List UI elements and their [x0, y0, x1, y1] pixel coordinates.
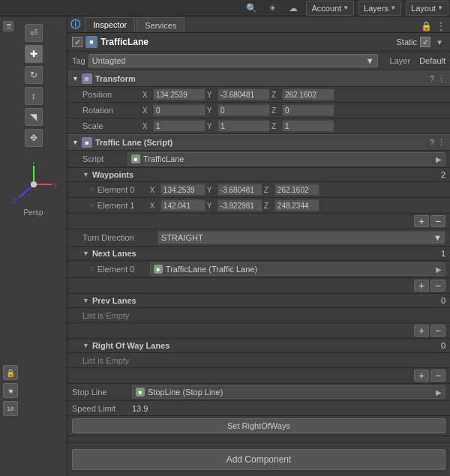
main-layout: ⏎ ✚ ↻ ↕ ◥ ✥ X Y Z Persp	[0, 16, 450, 476]
layers-dropdown[interactable]: Layers ▼	[358, 1, 401, 16]
stop-line-label: Stop Line	[72, 388, 132, 397]
rotation-y-input[interactable]	[218, 104, 270, 116]
set-rightofways-button[interactable]: Set RightOfWays	[72, 418, 446, 433]
script-help-icon[interactable]: ?	[430, 138, 434, 148]
position-x-input[interactable]	[153, 88, 206, 100]
add-component-bar: Add Component	[68, 442, 450, 476]
rotation-x-field: X	[142, 104, 206, 116]
waypoint-element-1: = Element 1 X Y Z	[68, 198, 450, 214]
prev-lanes-empty: List is Empty	[68, 308, 450, 323]
rotation-z-input[interactable]	[282, 104, 334, 116]
script-name-text: TrafficLane	[143, 154, 184, 163]
move-tool[interactable]: ✚	[25, 45, 43, 63]
waypoints-remove-button[interactable]: −	[430, 215, 446, 227]
right-of-way-header[interactable]: ▼ Right Of Way Lanes 0	[68, 339, 450, 353]
layout-arrow-icon: ▼	[437, 4, 443, 11]
static-checkbox[interactable]: ✓	[420, 37, 430, 47]
speed-limit-row: Speed Limit 13.9	[68, 401, 450, 416]
prev-lanes-collapse-icon: ▼	[82, 297, 89, 304]
tab-services[interactable]: Services	[136, 17, 184, 32]
static-dropdown-icon[interactable]: ▼	[434, 36, 446, 48]
right-of-way-count: 0	[441, 341, 446, 350]
tag-dropdown[interactable]: Untagted ▼	[88, 54, 378, 67]
svg-text:Y: Y	[32, 162, 36, 166]
turn-direction-row: Turn Direction STRAIGHT ▼	[68, 229, 450, 247]
stop-line-value[interactable]: ■ StopLine (Stop Line) ▶	[132, 385, 446, 399]
add-component-button[interactable]: Add Component	[72, 449, 446, 470]
more-tab-icon[interactable]: ⋮	[435, 20, 447, 32]
transform-menu-icon[interactable]: ⋮	[437, 74, 446, 84]
position-x-field: X	[142, 88, 206, 100]
transform-section-header[interactable]: ▼ ⊛ Transform ? ⋮	[68, 70, 450, 87]
scene-tools: ⏎ ✚ ↻ ↕ ◥ ✥	[25, 24, 43, 147]
lock-icon[interactable]: 🔒	[3, 365, 18, 380]
script-section-header[interactable]: ▼ ■ Traffic Lane (Script) ? ⋮	[68, 134, 450, 151]
elem0-z-input[interactable]	[274, 184, 320, 196]
svg-text:X: X	[54, 181, 56, 189]
prev-lanes-add-button[interactable]: +	[414, 325, 429, 337]
script-value[interactable]: ■ TrafficLane ▶	[128, 152, 446, 166]
right-of-way-empty: List is Empty	[68, 353, 450, 368]
turn-direction-dropdown[interactable]: STRAIGHT ▼	[158, 231, 446, 244]
tab-inspector[interactable]: Inspector	[85, 17, 135, 32]
transform-title: Transform	[95, 74, 427, 83]
scale-z-input[interactable]	[282, 120, 334, 132]
object-name: TrafficLane	[100, 37, 393, 47]
object-header: ✓ ■ TrafficLane Static ✓ ▼	[68, 33, 450, 52]
waypoints-collapse-icon: ▼	[82, 171, 89, 178]
right-of-way-remove-button[interactable]: −	[430, 370, 446, 382]
rotate-tool[interactable]: ↻	[25, 66, 43, 84]
waypoints-header[interactable]: ▼ Waypoints 2	[68, 168, 450, 182]
scale-x-input[interactable]	[153, 120, 206, 132]
script-link-icon[interactable]: ▶	[436, 155, 442, 163]
cloud-icon[interactable]: ☁	[284, 1, 303, 16]
transform-collapse-icon: ▼	[72, 75, 79, 82]
scale-tool[interactable]: ↕	[25, 87, 43, 105]
rotation-x-input[interactable]	[153, 104, 206, 116]
right-of-way-add-remove: + −	[68, 368, 450, 384]
scale-y-input[interactable]	[218, 120, 270, 132]
rotation-row: Rotation X Y Z	[68, 103, 450, 118]
elem1-y-input[interactable]	[218, 199, 262, 211]
transform-tool[interactable]: ✥	[25, 129, 43, 147]
next-lane-drag-icon: =	[90, 265, 94, 274]
next-lanes-remove-button[interactable]: −	[430, 280, 446, 292]
element-1-label: Element 1	[98, 201, 150, 210]
object-active-checkbox[interactable]: ✓	[72, 37, 82, 47]
menu-icon[interactable]: ☰	[3, 21, 14, 31]
script-menu-icon[interactable]: ⋮	[437, 138, 446, 148]
lock-tab-icon[interactable]: 🔒	[420, 20, 432, 32]
next-lane-0-value[interactable]: ■ TrafficLane (Traffic Lane) ▶	[150, 262, 446, 276]
position-y-input[interactable]	[218, 88, 270, 100]
next-lanes-add-button[interactable]: +	[414, 280, 429, 292]
star-icon[interactable]: ★	[3, 383, 18, 398]
elem0-x-input[interactable]	[160, 184, 206, 196]
elem0-y-input[interactable]	[218, 184, 262, 196]
right-of-way-add-button[interactable]: +	[414, 370, 429, 382]
elem0-z-field: Z	[264, 184, 320, 196]
position-z-input[interactable]	[282, 88, 334, 100]
prev-lanes-header[interactable]: ▼ Prev Lanes 0	[68, 294, 450, 308]
turn-direction-label: Turn Direction	[82, 233, 158, 242]
next-lane-0-label: Element 0	[98, 265, 150, 274]
elem0-y-field: Y	[207, 184, 262, 196]
position-row: Position X Y Z	[68, 87, 450, 103]
stop-line-link-icon[interactable]: ▶	[436, 388, 442, 397]
rect-tool[interactable]: ◥	[25, 108, 43, 126]
stop-line-name: StopLine (Stop Line)	[148, 388, 223, 397]
sun-icon[interactable]: ☀	[262, 1, 282, 16]
next-lane-link-icon[interactable]: ▶	[436, 265, 442, 274]
tag-label: Tag	[72, 56, 86, 65]
prev-lanes-remove-button[interactable]: −	[430, 325, 446, 337]
layout-dropdown[interactable]: Layout ▼	[406, 1, 448, 16]
elem1-x-input[interactable]	[160, 199, 206, 211]
next-lanes-header[interactable]: ▼ Next Lanes 1	[68, 247, 450, 261]
hand-tool[interactable]: ⏎	[25, 24, 43, 42]
search-icon[interactable]: 🔍	[242, 1, 261, 16]
account-dropdown[interactable]: Account ▼	[306, 1, 354, 16]
layers-small-icon[interactable]: 18	[3, 401, 18, 416]
waypoints-add-button[interactable]: +	[414, 215, 429, 227]
transform-help-icon[interactable]: ?	[430, 74, 434, 84]
position-label: Position	[82, 90, 142, 99]
elem1-z-input[interactable]	[274, 199, 320, 211]
